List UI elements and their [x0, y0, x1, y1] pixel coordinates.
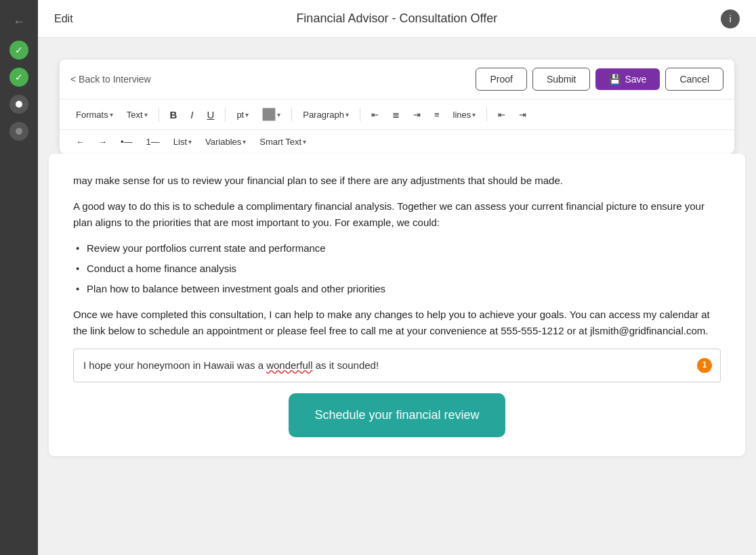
color-swatch: [262, 108, 276, 121]
edit-label: Edit: [54, 13, 73, 25]
save-icon: [609, 74, 621, 85]
align-center-icon: ≣: [392, 110, 400, 120]
bold-button[interactable]: B: [165, 106, 183, 123]
personalized-text-box[interactable]: I hope your honeymoon in Hawaii was a wo…: [73, 349, 721, 382]
redo-button[interactable]: →: [93, 134, 112, 150]
ordered-list-icon: 1—: [146, 137, 160, 147]
align-right-icon: ⇥: [413, 110, 421, 120]
redo-icon: →: [98, 137, 107, 147]
align-justify-button[interactable]: ≡: [429, 107, 445, 123]
sidebar-step-3-active[interactable]: [9, 95, 28, 114]
list-chevron: ▾: [188, 138, 192, 146]
sidebar: ← ✓ ✓: [0, 0, 38, 555]
divider-3: [291, 108, 292, 121]
unordered-list-icon: •—: [121, 137, 133, 147]
editor-area: < Back to Interview Proof Submit Save Ca…: [38, 38, 756, 555]
underline-button[interactable]: U: [202, 106, 220, 123]
smart-text-dropdown[interactable]: Smart Text ▾: [254, 134, 312, 150]
divider-1: [159, 108, 159, 121]
divider-2: [225, 108, 226, 121]
main-content: Edit Financial Advisor - Consultation Of…: [38, 0, 756, 555]
page-title: Financial Advisor - Consultation Offer: [296, 12, 497, 26]
text-dropdown[interactable]: Text ▾: [121, 107, 153, 123]
undo-button[interactable]: ←: [70, 134, 90, 150]
pt-chevron: ▾: [245, 111, 249, 118]
undo-icon: ←: [76, 137, 85, 147]
bullet-item-1: Review your portfolios current state and…: [73, 240, 721, 257]
spell-error-badge: 1: [697, 358, 712, 373]
bullet-item-2: Conduct a home finance analysis: [73, 261, 721, 277]
spell-error-word: wonderfull: [266, 359, 312, 371]
indent-increase-icon: ⇥: [519, 110, 526, 120]
divider-5: [486, 108, 487, 121]
align-center-button[interactable]: ≣: [387, 107, 405, 123]
ordered-list-button[interactable]: 1—: [141, 134, 165, 150]
align-right-button[interactable]: ⇥: [408, 107, 426, 123]
color-chevron: ▾: [277, 111, 280, 118]
paragraph-chevron: ▾: [345, 111, 349, 118]
sidebar-step-2[interactable]: ✓: [9, 68, 28, 87]
paragraph-1: may make sense for us to review your fin…: [73, 173, 721, 189]
toolbar-row1: < Back to Interview Proof Submit Save Ca…: [60, 60, 734, 99]
toolbar-actions: Proof Submit Save Cancel: [476, 68, 723, 91]
variables-dropdown[interactable]: Variables ▾: [200, 134, 251, 150]
info-button[interactable]: i: [721, 9, 740, 28]
personalized-text-end: as it sounded!: [313, 359, 379, 371]
check-icon: ✓: [15, 45, 23, 56]
text-chevron: ▾: [144, 111, 148, 118]
divider-4: [360, 108, 360, 121]
align-left-button[interactable]: ⇤: [366, 107, 384, 123]
paragraph-3: Once we have completed this consultation…: [73, 307, 721, 339]
formats-dropdown[interactable]: Formats ▾: [70, 107, 119, 123]
toolbar-row2: Formats ▾ Text ▾ B I U pt ▾ ▾: [60, 99, 734, 130]
formats-chevron: ▾: [110, 111, 113, 118]
toolbar-row3: ← → •— 1— List ▾ Variables ▾: [60, 130, 734, 154]
arrow-left-icon: ←: [13, 15, 25, 29]
toolbar: < Back to Interview Proof Submit Save Ca…: [60, 60, 734, 154]
sidebar-step-4[interactable]: [9, 122, 28, 141]
cancel-button[interactable]: Cancel: [665, 68, 723, 91]
list-dropdown[interactable]: List ▾: [168, 134, 197, 150]
unordered-list-button[interactable]: •—: [115, 134, 138, 150]
paragraph-2: A good way to do this is to schedule a c…: [73, 198, 721, 231]
color-picker[interactable]: ▾: [257, 105, 286, 124]
editor-document[interactable]: may make sense for us to review your fin…: [49, 154, 745, 456]
align-justify-icon: ≡: [434, 110, 440, 120]
check-icon-2: ✓: [15, 72, 23, 83]
indent-decrease-icon: ⇤: [498, 110, 505, 120]
lines-dropdown[interactable]: lines ▾: [448, 107, 482, 123]
variables-chevron: ▾: [243, 138, 246, 146]
cta-button[interactable]: Schedule your financial review: [289, 393, 505, 437]
font-size-dropdown[interactable]: pt ▾: [231, 107, 254, 123]
personalized-text-start: I hope your honeymoon in Hawaii was a: [83, 359, 266, 371]
align-left-icon: ⇤: [371, 110, 379, 120]
top-header: Edit Financial Advisor - Consultation Of…: [38, 0, 756, 38]
lines-chevron: ▾: [472, 111, 476, 118]
sidebar-step-1[interactable]: ✓: [9, 41, 28, 60]
back-to-interview-link[interactable]: < Back to Interview: [70, 74, 151, 85]
bullet-item-3: Plan how to balance between investment g…: [73, 281, 721, 297]
submit-button[interactable]: Submit: [532, 68, 591, 91]
indent-increase-button[interactable]: ⇥: [513, 107, 532, 123]
bullet-list: Review your portfolios current state and…: [73, 240, 721, 297]
italic-button[interactable]: I: [185, 106, 198, 123]
save-button[interactable]: Save: [595, 68, 660, 90]
info-icon: i: [729, 14, 731, 24]
indent-decrease-button[interactable]: ⇤: [492, 107, 511, 123]
proof-button[interactable]: Proof: [476, 68, 526, 91]
smart-text-chevron: ▾: [303, 138, 306, 146]
paragraph-dropdown[interactable]: Paragraph ▾: [297, 107, 354, 123]
sidebar-back-button[interactable]: ←: [8, 11, 30, 32]
